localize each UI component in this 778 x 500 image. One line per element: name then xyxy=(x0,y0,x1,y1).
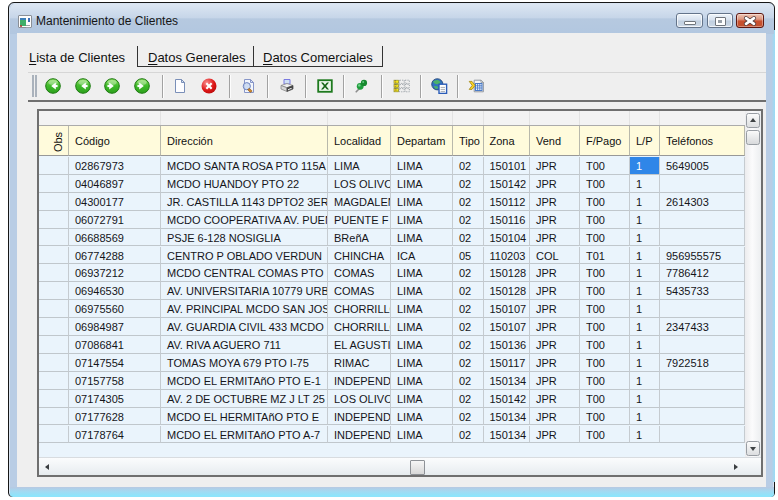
svg-text:3..: 3.. xyxy=(395,88,399,92)
